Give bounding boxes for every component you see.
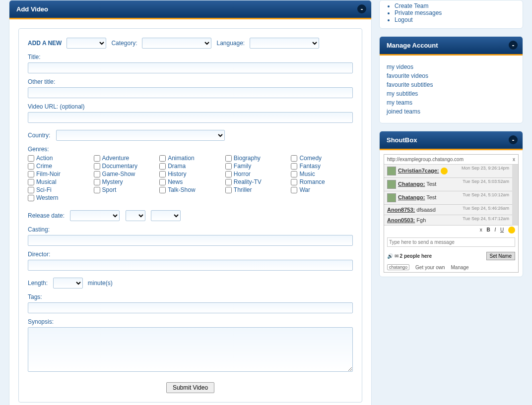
genre-checkbox[interactable] — [94, 171, 100, 177]
genre-checkbox[interactable] — [159, 171, 166, 177]
genre-checkbox[interactable] — [159, 179, 166, 185]
genre-item[interactable]: Adventure — [94, 155, 156, 162]
username[interactable]: Anon8753: — [387, 207, 415, 213]
scrollbar[interactable] — [512, 165, 518, 226]
video-url-input[interactable] — [28, 112, 353, 123]
language-select[interactable] — [250, 38, 319, 49]
username[interactable]: Chatango: — [398, 194, 425, 200]
genre-item[interactable]: Action — [28, 155, 90, 162]
bold-icon[interactable]: B — [486, 227, 490, 232]
shoutbox-input[interactable] — [387, 237, 515, 247]
close-icon[interactable]: x — [513, 157, 515, 162]
nav-link[interactable]: Logout — [395, 16, 413, 23]
genre-checkbox[interactable] — [28, 187, 34, 193]
genre-checkbox[interactable] — [225, 187, 232, 193]
account-link[interactable]: my teams — [387, 98, 516, 107]
genre-item[interactable]: Drama — [159, 163, 221, 170]
genre-checkbox[interactable] — [94, 155, 100, 162]
length-select[interactable] — [53, 278, 83, 289]
minimize-icon[interactable]: - — [509, 135, 518, 144]
release-year-select[interactable] — [151, 210, 181, 221]
emoji-icon — [441, 168, 448, 174]
genre-checkbox[interactable] — [28, 195, 34, 201]
genre-checkbox[interactable] — [291, 155, 297, 162]
username[interactable]: Christian7cage: — [398, 168, 439, 174]
genre-item[interactable]: Family — [225, 163, 287, 170]
chatango-badge[interactable]: chatango — [387, 264, 409, 270]
synopsis-input[interactable] — [28, 327, 353, 372]
release-day-select[interactable] — [126, 210, 145, 221]
category-select[interactable] — [142, 38, 211, 49]
genre-checkbox[interactable] — [28, 155, 34, 162]
genre-checkbox[interactable] — [28, 163, 34, 170]
genre-checkbox[interactable] — [94, 163, 100, 170]
genre-item[interactable]: Game-Show — [94, 171, 156, 177]
sound-icon[interactable]: 🔊 — [387, 253, 393, 259]
genre-item[interactable]: Romance — [291, 178, 353, 185]
genre-item[interactable]: Comedy — [291, 155, 353, 162]
genre-item[interactable]: Sport — [94, 186, 156, 193]
set-name-button[interactable]: Set Name — [486, 252, 515, 260]
account-link[interactable]: favourite videos — [387, 71, 516, 80]
genre-item[interactable]: Thriller — [225, 186, 287, 193]
casting-input[interactable] — [28, 235, 353, 246]
minimize-icon[interactable]: - — [509, 41, 518, 50]
genre-checkbox[interactable] — [225, 171, 232, 177]
genre-checkbox[interactable] — [291, 163, 297, 170]
italic-icon[interactable]: I — [494, 227, 496, 232]
genre-checkbox[interactable] — [225, 163, 232, 170]
genre-checkbox[interactable] — [159, 163, 166, 170]
genre-item[interactable]: Musical — [28, 178, 90, 185]
genre-checkbox[interactable] — [94, 179, 100, 185]
tags-input[interactable] — [28, 302, 353, 313]
genre-checkbox[interactable] — [159, 187, 166, 193]
get-your-own-link[interactable]: Get your own — [415, 265, 445, 270]
genre-checkbox[interactable] — [159, 155, 166, 162]
genre-item[interactable]: Horror — [225, 171, 287, 177]
genre-checkbox[interactable] — [28, 179, 34, 185]
genre-item[interactable]: Music — [291, 171, 353, 177]
genre-checkbox[interactable] — [225, 179, 232, 185]
genre-item[interactable]: Biography — [225, 155, 287, 162]
genre-checkbox[interactable] — [28, 171, 34, 177]
genre-item[interactable]: Fantasy — [291, 163, 353, 170]
genre-item[interactable]: Western — [28, 194, 90, 201]
manage-link[interactable]: Manage — [451, 265, 469, 270]
genre-checkbox[interactable] — [291, 187, 297, 193]
genre-item[interactable]: Animation — [159, 155, 221, 162]
account-link[interactable]: joined teams — [387, 107, 516, 116]
genre-item[interactable]: Film-Noir — [28, 171, 90, 177]
genre-item[interactable]: Documentary — [94, 163, 156, 170]
account-link[interactable]: favourite subtitles — [387, 80, 516, 89]
other-title-input[interactable] — [28, 87, 353, 98]
genre-checkbox[interactable] — [225, 155, 232, 162]
submit-video-button[interactable]: Submit Video — [166, 382, 214, 393]
genre-item[interactable]: Crime — [28, 163, 90, 170]
underline-icon[interactable]: U — [500, 227, 504, 232]
username[interactable]: Chatango: — [398, 181, 425, 187]
director-input[interactable] — [28, 260, 353, 271]
genre-checkbox[interactable] — [291, 171, 297, 177]
genre-item[interactable]: News — [159, 178, 221, 185]
username[interactable]: Anon0503: — [387, 217, 415, 223]
genre-item[interactable]: Reality-TV — [225, 178, 287, 185]
nav-link[interactable]: Private messages — [395, 9, 442, 16]
add-new-select[interactable] — [66, 38, 106, 49]
mail-icon[interactable]: ✉ — [395, 253, 399, 259]
nav-link[interactable]: Create Team — [395, 2, 428, 9]
genre-item[interactable]: War — [291, 186, 353, 193]
genre-item[interactable]: Mystery — [94, 178, 156, 185]
genre-checkbox[interactable] — [94, 187, 100, 193]
account-link[interactable]: my videos — [387, 62, 516, 71]
country-select[interactable] — [56, 130, 225, 141]
release-month-select[interactable] — [70, 210, 120, 221]
title-input[interactable] — [28, 62, 353, 73]
genre-item[interactable]: History — [159, 171, 221, 177]
account-link[interactable]: my subtitles — [387, 89, 516, 98]
genre-item[interactable]: Talk-Show — [159, 186, 221, 193]
toolbar-x[interactable]: x — [480, 227, 482, 232]
genre-item[interactable]: Sci-Fi — [28, 186, 90, 193]
genre-checkbox[interactable] — [291, 179, 297, 185]
minimize-icon[interactable]: - — [357, 4, 366, 13]
emoji-icon[interactable] — [508, 227, 515, 233]
